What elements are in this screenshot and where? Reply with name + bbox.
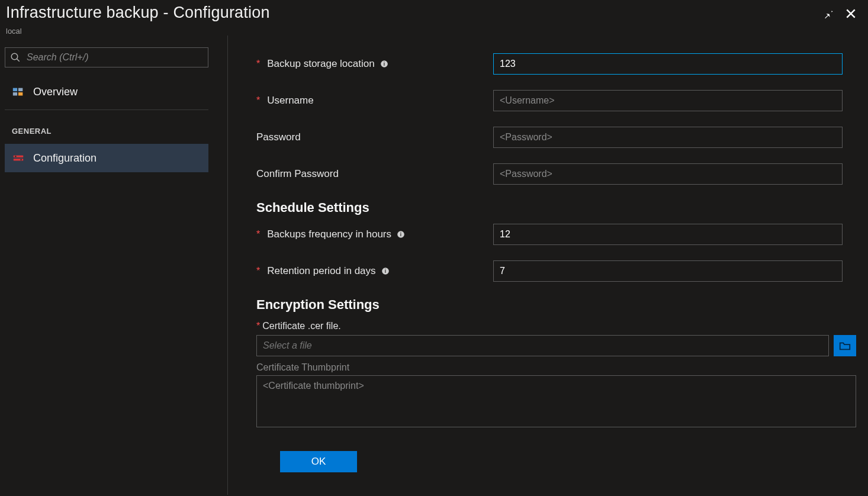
sidebar-item-configuration[interactable]: Configuration: [5, 144, 208, 172]
required-marker: *: [256, 266, 260, 276]
label-retention: * Retention period in days i: [256, 265, 493, 277]
overview-icon: [12, 86, 25, 99]
svg-point-0: [11, 53, 18, 60]
required-marker: *: [256, 321, 260, 331]
header-actions: [821, 4, 859, 21]
info-icon[interactable]: i: [380, 59, 389, 69]
required-marker: *: [256, 229, 260, 240]
browse-file-button[interactable]: [834, 335, 856, 356]
svg-line-1: [17, 59, 20, 62]
label-password: Password: [256, 131, 493, 143]
row-frequency: * Backups frequency in hours i: [256, 224, 856, 245]
configuration-icon: [12, 152, 25, 165]
required-marker: *: [256, 59, 260, 69]
body: Overview GENERAL Configuration * Backup …: [0, 36, 868, 495]
sidebar-section-general: GENERAL: [5, 114, 227, 144]
certificate-file-row: [256, 335, 856, 356]
blade-root: Infrastructure backup - Configuration lo…: [0, 0, 868, 496]
backup-location-input[interactable]: [493, 53, 843, 75]
svg-rect-7: [14, 159, 24, 161]
page-subtitle: local: [0, 27, 868, 36]
row-retention: * Retention period in days i: [256, 260, 856, 282]
label-thumbprint: Certificate Thumbprint: [256, 362, 856, 373]
action-row: OK: [256, 451, 856, 472]
row-password: Password: [256, 127, 856, 148]
label-frequency: * Backups frequency in hours i: [256, 228, 493, 240]
required-marker: *: [256, 95, 260, 106]
search-icon: [10, 52, 21, 63]
username-input[interactable]: [493, 90, 843, 111]
certificate-block: * Certificate .cer file. Certificate Thu…: [256, 321, 856, 430]
svg-rect-4: [13, 92, 17, 96]
svg-rect-3: [18, 88, 22, 91]
section-schedule: Schedule Settings: [256, 200, 856, 215]
svg-point-9: [20, 159, 21, 160]
folder-icon: [838, 339, 851, 352]
row-username: * Username: [256, 90, 856, 111]
svg-text:i: i: [384, 62, 385, 67]
svg-rect-5: [18, 92, 22, 96]
section-encryption: Encryption Settings: [256, 297, 856, 313]
row-confirm-password: Confirm Password: [256, 163, 856, 185]
frequency-input[interactable]: [493, 224, 843, 245]
row-backup-location: * Backup storage location i: [256, 53, 856, 75]
pin-button[interactable]: [821, 6, 836, 21]
svg-text:i: i: [400, 232, 401, 237]
sidebar-item-label: Overview: [33, 86, 78, 98]
sidebar-item-label: Configuration: [33, 152, 97, 165]
search-box[interactable]: [5, 47, 208, 67]
label-certificate: * Certificate .cer file.: [256, 321, 856, 331]
info-icon[interactable]: i: [381, 266, 390, 276]
search-input[interactable]: [27, 52, 203, 63]
main-panel: * Backup storage location i * Username P…: [240, 36, 868, 495]
close-button[interactable]: [843, 6, 859, 21]
sidebar: Overview GENERAL Configuration: [0, 36, 228, 495]
page-title: Infrastructure backup - Configuration: [6, 4, 270, 22]
retention-input[interactable]: [493, 260, 843, 282]
sidebar-item-overview[interactable]: Overview: [5, 78, 208, 110]
pin-icon: [822, 8, 834, 20]
blade-title-group: Infrastructure backup - Configuration: [6, 4, 270, 22]
info-icon[interactable]: i: [396, 230, 406, 239]
svg-rect-2: [13, 88, 17, 91]
close-icon: [845, 8, 857, 20]
label-username: * Username: [256, 95, 493, 107]
certificate-file-input[interactable]: [256, 335, 829, 356]
svg-text:i: i: [384, 269, 385, 274]
svg-point-8: [15, 156, 16, 157]
ok-button[interactable]: OK: [280, 451, 357, 472]
label-confirm-password: Confirm Password: [256, 168, 493, 180]
thumbprint-input[interactable]: [256, 375, 856, 427]
password-input[interactable]: [493, 127, 843, 148]
label-backup-location: * Backup storage location i: [256, 58, 493, 70]
blade-header: Infrastructure backup - Configuration: [0, 0, 868, 25]
confirm-password-input[interactable]: [493, 163, 843, 185]
